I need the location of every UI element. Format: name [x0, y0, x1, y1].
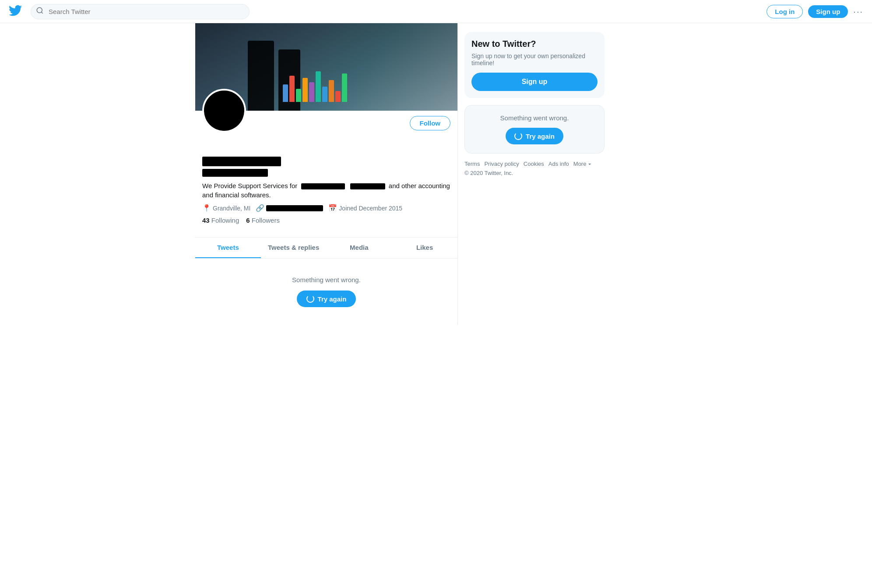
following-stat[interactable]: 43 Following: [202, 217, 239, 224]
location-icon: 📍: [202, 204, 211, 212]
search-icon: [36, 7, 44, 16]
footer-privacy[interactable]: Privacy policy: [484, 161, 519, 167]
chart-bar: [283, 84, 288, 102]
sidebar: New to Twitter? Sign up now to get your …: [458, 23, 611, 325]
header-actions: Log in Sign up ···: [767, 5, 863, 18]
search-bar: [31, 4, 250, 19]
follow-button[interactable]: Follow: [410, 116, 451, 130]
twitter-logo: [9, 4, 22, 19]
profile-tabs: Tweets Tweets & replies Media Likes: [195, 237, 457, 258]
profile-stats: 43 Following 6 Followers: [202, 217, 450, 224]
chart-bar: [335, 91, 341, 102]
silhouette-1: [248, 41, 274, 111]
refresh-icon: [306, 295, 314, 303]
footer-links: Terms Privacy policy Cookies Ads info Mo…: [464, 161, 605, 167]
chart-bar: [289, 76, 295, 102]
chart-bar: [302, 78, 308, 102]
tab-media[interactable]: Media: [327, 238, 392, 258]
bio-redacted-1: [301, 183, 345, 189]
chart-bar: [329, 80, 334, 102]
header: Log in Sign up ···: [0, 0, 872, 23]
footer-cookies[interactable]: Cookies: [524, 161, 544, 167]
new-to-twitter-card: New to Twitter? Sign up now to get your …: [464, 32, 605, 98]
svg-point-0: [37, 7, 42, 13]
bio-redacted-2: [350, 183, 385, 189]
profile-name-block: [202, 157, 450, 177]
location-meta: 📍 Grandville, MI: [202, 204, 250, 212]
chart-area: [283, 67, 457, 102]
chart-bar: [342, 74, 347, 102]
url-meta: 🔗: [256, 204, 323, 212]
footer-copyright: © 2020 Twitter, Inc.: [464, 170, 605, 176]
calendar-icon: 📅: [328, 204, 337, 212]
profile-name-redacted: [202, 157, 281, 166]
tab-likes[interactable]: Likes: [392, 238, 457, 258]
footer-ads[interactable]: Ads info: [549, 161, 569, 167]
profile-bio: We Provide Support Services for and othe…: [202, 181, 450, 200]
url-redacted: [266, 205, 323, 211]
avatar-image: [204, 91, 244, 131]
tab-tweets[interactable]: Tweets: [195, 238, 261, 258]
chart-bar: [322, 87, 327, 102]
svg-line-1: [41, 12, 42, 13]
sidebar-error-text: Something went wrong.: [472, 114, 597, 122]
chart-bar: [316, 71, 321, 102]
link-icon: 🔗: [256, 204, 264, 212]
profile-header: Follow We Provide Support Services for a…: [195, 111, 457, 237]
chart-bar: [309, 82, 314, 102]
page-layout: Follow We Provide Support Services for a…: [195, 23, 677, 325]
main-try-again-button[interactable]: Try again: [297, 290, 356, 307]
joined-meta: 📅 Joined December 2015: [328, 204, 402, 212]
chart-bar: [296, 89, 301, 102]
sidebar-try-again-button[interactable]: Try again: [506, 128, 563, 144]
signup-sidebar-button[interactable]: Sign up: [471, 73, 598, 91]
avatar: [202, 89, 246, 133]
search-input[interactable]: [31, 4, 250, 19]
tab-tweets-replies[interactable]: Tweets & replies: [261, 238, 327, 258]
profile-handle-redacted: [202, 169, 268, 177]
sidebar-error-card: Something went wrong. Try again: [464, 105, 605, 154]
sidebar-refresh-icon: [514, 132, 522, 140]
main-content: Follow We Provide Support Services for a…: [195, 23, 458, 325]
profile-meta: 📍 Grandville, MI 🔗 📅 Joined December 201…: [202, 204, 450, 212]
more-options-button[interactable]: ···: [853, 7, 863, 17]
followers-stat[interactable]: 6 Followers: [246, 217, 280, 224]
main-error-text: Something went wrong.: [202, 276, 450, 284]
new-to-twitter-subtitle: Sign up now to get your own personalized…: [471, 52, 598, 66]
footer-more[interactable]: More: [573, 161, 593, 167]
footer-terms[interactable]: Terms: [464, 161, 480, 167]
main-error-section: Something went wrong. Try again: [195, 258, 457, 325]
signup-header-button[interactable]: Sign up: [808, 5, 848, 18]
new-to-twitter-title: New to Twitter?: [471, 39, 598, 49]
login-button[interactable]: Log in: [767, 5, 803, 18]
